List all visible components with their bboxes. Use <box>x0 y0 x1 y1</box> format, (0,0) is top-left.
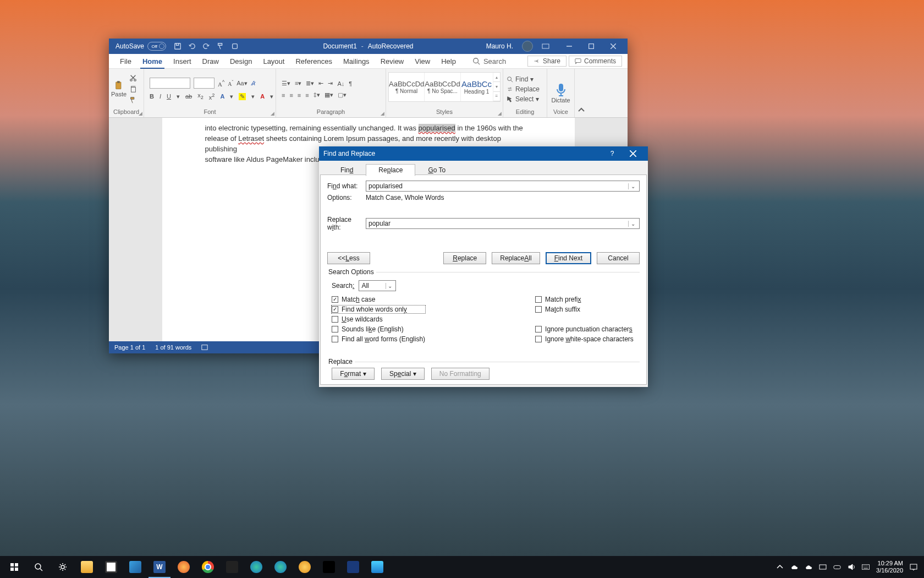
taskbar-powershell[interactable] <box>341 556 365 578</box>
clear-formatting-icon[interactable]: A̷ <box>251 80 255 87</box>
justify-icon[interactable]: ≡ <box>305 92 309 99</box>
align-left-icon[interactable]: ≡ <box>282 92 285 99</box>
tray-notifications-icon[interactable] <box>910 563 917 571</box>
font-size-combo[interactable] <box>194 78 215 89</box>
start-button[interactable] <box>2 556 26 578</box>
grow-font-icon[interactable]: A^ <box>218 79 224 88</box>
menu-draw[interactable]: Draw <box>197 54 224 68</box>
dictate-icon[interactable] <box>555 83 567 97</box>
less-button[interactable]: << Less <box>327 252 370 264</box>
taskbar-chrome[interactable] <box>196 556 220 578</box>
minimize-button[interactable] <box>558 39 580 54</box>
taskbar-store[interactable] <box>99 556 123 578</box>
underline-button[interactable]: U <box>167 93 171 100</box>
select-button[interactable]: Select ▾ <box>507 95 540 103</box>
taskbar-terminal[interactable] <box>220 556 244 578</box>
cancel-button[interactable]: Cancel <box>597 252 640 264</box>
line-spacing-icon[interactable]: ‡▾ <box>314 91 320 99</box>
menu-view[interactable]: View <box>409 54 436 68</box>
superscript-button[interactable]: x2 <box>209 92 215 101</box>
font-color-icon[interactable]: A <box>260 93 265 100</box>
comments-button[interactable]: Comments <box>569 56 622 67</box>
highlighted-word-popularised[interactable]: popularised <box>419 124 455 132</box>
check-ignore-ws[interactable]: Ignore white-space characters <box>535 335 634 343</box>
redo-icon[interactable] <box>202 42 210 50</box>
replace-button[interactable]: Replace <box>507 85 540 93</box>
check-whole-words[interactable]: Find whole words only <box>332 306 425 313</box>
clipboard-dialog-launcher[interactable]: ◢ <box>139 111 142 116</box>
menu-insert[interactable]: Insert <box>168 54 197 68</box>
format-painter-icon[interactable] <box>129 96 137 104</box>
taskbar-word[interactable]: W <box>147 556 172 578</box>
text-effects-icon[interactable]: A <box>220 93 224 100</box>
maximize-button[interactable] <box>580 39 602 54</box>
italic-button[interactable]: I <box>160 93 161 100</box>
taskbar-search[interactable] <box>26 556 51 578</box>
check-word-forms[interactable]: Find all word forms (English) <box>332 335 425 343</box>
strike-button[interactable]: ab <box>185 93 192 100</box>
check-match-prefix[interactable]: Match prefix <box>535 296 634 303</box>
share-button[interactable]: Share <box>527 56 566 67</box>
touch-mode-icon[interactable] <box>231 42 239 50</box>
bold-button[interactable]: B <box>150 93 154 100</box>
search-direction-select[interactable]: All⌄ <box>359 280 396 291</box>
align-center-icon[interactable]: ≡ <box>289 92 293 99</box>
format-button[interactable]: Format ▾ <box>332 368 375 380</box>
check-sounds-like[interactable]: Sounds like (English) <box>332 325 425 333</box>
tab-replace[interactable]: Replace <box>366 164 415 176</box>
tab-find[interactable]: Find <box>328 164 366 176</box>
change-case-icon[interactable]: Aa▾ <box>237 80 247 87</box>
menu-design[interactable]: Design <box>224 54 257 68</box>
dialog-help-button[interactable]: ? <box>602 146 623 161</box>
show-marks-icon[interactable]: ¶ <box>349 80 352 87</box>
shrink-font-icon[interactable]: Aˇ <box>228 79 233 87</box>
style-normal[interactable]: AaBbCcDd¶ Normal <box>389 73 425 101</box>
check-wildcards[interactable]: Use wildcards <box>332 315 425 323</box>
numbering-icon[interactable]: ≡▾ <box>295 80 301 87</box>
cut-icon[interactable] <box>129 74 137 82</box>
menu-help[interactable]: Help <box>436 54 461 68</box>
close-button[interactable] <box>602 39 624 54</box>
font-name-combo[interactable] <box>150 78 190 89</box>
paragraph-dialog-launcher[interactable]: ◢ <box>381 111 384 116</box>
status-page[interactable]: Page 1 of 1 <box>114 344 145 351</box>
copy-icon[interactable] <box>129 85 137 93</box>
style-heading1[interactable]: AaBbCcHeading 1 <box>461 73 493 101</box>
taskbar-edge[interactable] <box>244 556 268 578</box>
replace-with-input[interactable]: popular⌄ <box>366 218 640 229</box>
borders-icon[interactable]: ▢▾ <box>338 91 346 99</box>
shading-icon[interactable]: ▦▾ <box>324 91 333 99</box>
styles-gallery[interactable]: AaBbCcDd¶ Normal AaBbCcDd¶ No Spac... Aa… <box>388 72 501 102</box>
ribbon-display-icon[interactable] <box>542 42 549 50</box>
no-formatting-button[interactable]: No Formatting <box>431 368 490 380</box>
subscript-button[interactable]: x2 <box>197 92 204 100</box>
style-no-spacing[interactable]: AaBbCcDd¶ No Spac... <box>425 73 460 101</box>
special-button[interactable]: Special ▾ <box>381 368 425 380</box>
font-dialog-launcher[interactable]: ◢ <box>271 111 274 116</box>
align-right-icon[interactable]: ≡ <box>298 92 301 99</box>
tray-keyboard-icon[interactable] <box>862 563 870 571</box>
collapse-ribbon-button[interactable] <box>575 69 588 117</box>
spellcheck-icon[interactable] <box>201 344 208 351</box>
check-ignore-punct[interactable]: Ignore punctuation characters <box>535 325 634 333</box>
dialog-close-button[interactable] <box>623 146 644 161</box>
avatar[interactable] <box>522 41 533 52</box>
replace-all-button[interactable]: Replace All <box>492 252 540 264</box>
find-button[interactable]: Find ▾ <box>507 75 540 83</box>
menu-mailings[interactable]: Mailings <box>338 54 375 68</box>
tray-chevron-up-icon[interactable] <box>776 563 784 571</box>
taskbar-settings[interactable] <box>51 556 75 578</box>
menu-references[interactable]: References <box>290 54 337 68</box>
find-what-input[interactable]: popularised⌄ <box>366 181 640 192</box>
taskbar-photos[interactable] <box>123 556 147 578</box>
find-replace-titlebar[interactable]: Find and Replace ? <box>319 146 648 161</box>
sort-icon[interactable]: A↓ <box>337 80 344 87</box>
dropdown-icon[interactable]: ⌄ <box>628 221 637 227</box>
tell-me-search[interactable]: Search <box>472 57 506 66</box>
tray-onedrive-icon[interactable] <box>790 563 798 571</box>
increase-indent-icon[interactable]: ⇥ <box>328 80 333 87</box>
taskbar-edge-beta[interactable] <box>268 556 293 578</box>
decrease-indent-icon[interactable]: ⇤ <box>318 80 323 87</box>
word-titlebar[interactable]: AutoSave Off Document1 - AutoRecovered M… <box>109 39 628 54</box>
taskbar-app[interactable] <box>365 556 389 578</box>
